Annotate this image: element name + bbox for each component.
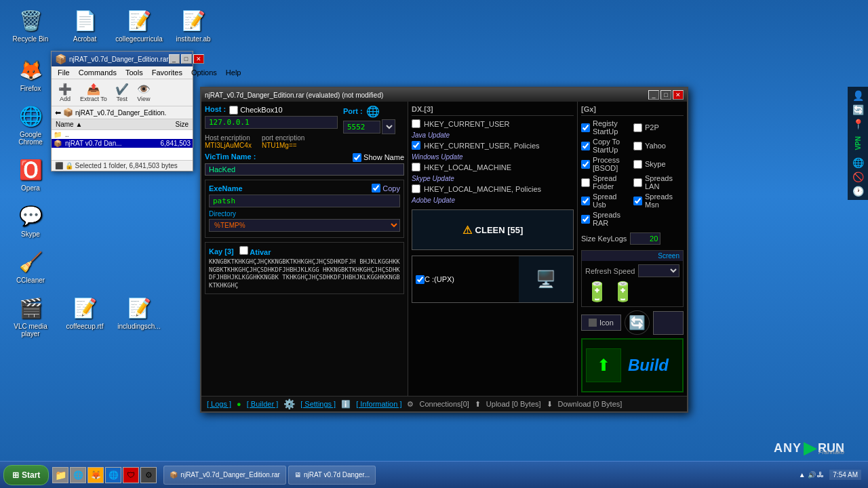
builder-link[interactable]: [ Builder ]: [247, 400, 278, 408]
start-button[interactable]: ⊞ Start: [3, 465, 49, 485]
logs-link[interactable]: [ Logs ]: [207, 400, 231, 408]
taskbar-firefox[interactable]: 🦊: [87, 467, 104, 483]
menu-help[interactable]: Help: [223, 68, 244, 77]
cleen-box[interactable]: ⚠ CLEEN [55]: [412, 209, 574, 250]
chrome-icon[interactable]: 🌐 Google Chrome: [7, 102, 54, 146]
taskbar-alert[interactable]: 🛡: [123, 467, 139, 483]
word2-icon[interactable]: 📝 instituter.ab: [170, 7, 217, 43]
njrat-close[interactable]: ✕: [673, 90, 684, 100]
icon-button[interactable]: Icon: [581, 314, 621, 331]
dx-check-1[interactable]: [412, 141, 420, 150]
test-button[interactable]: ✔️ Test: [112, 81, 132, 104]
host-input[interactable]: 127.0.0.1: [205, 116, 338, 129]
taskbar-chrome[interactable]: 🌐: [105, 467, 121, 483]
copy-button[interactable]: Copy: [372, 184, 400, 192]
victim-name-input[interactable]: [205, 163, 404, 176]
vpn-icon-3[interactable]: 📍: [852, 119, 864, 129]
taskbar-item-rar[interactable]: 📦 njRAT_v0.7d_Danger_Edition.rar: [163, 466, 286, 485]
add-button[interactable]: ➕ Add: [55, 81, 75, 104]
menu-options[interactable]: Options: [189, 68, 220, 77]
dx-item-1[interactable]: HKEY_CURRENT_USER, Policies: [412, 141, 574, 150]
dx-check-2[interactable]: [412, 163, 420, 171]
dx-item-2[interactable]: HKEY_LOCAL_MACHINE: [412, 163, 574, 171]
dx-item-3[interactable]: HKEY_LOCAL_MACHINE, Policies: [412, 184, 574, 193]
gx-item-spread-usb[interactable]: Spread Usb: [581, 192, 631, 209]
dx-check-0[interactable]: [412, 119, 420, 128]
rar-file-parent[interactable]: 📁 ..: [52, 130, 193, 139]
gx-item-spreads-rar[interactable]: Spreads RAR: [581, 211, 631, 227]
exe-input[interactable]: [209, 195, 400, 207]
gx-check-skype[interactable]: [633, 160, 642, 169]
close-button[interactable]: ✕: [193, 54, 204, 64]
dx-check-3[interactable]: [412, 184, 420, 193]
gx-item-registry[interactable]: Registy StartUp: [581, 119, 631, 136]
gx-check-spreads-msn[interactable]: [633, 197, 642, 205]
gx-check-yahoo[interactable]: [633, 142, 642, 150]
host-checkbox[interactable]: [229, 106, 238, 115]
gx-item-bsod[interactable]: Process [BSOD]: [581, 156, 631, 172]
dx-item-0[interactable]: HKEY_CURRENT_USER: [412, 119, 574, 128]
gx-check-copy-startup[interactable]: [581, 142, 590, 150]
menu-commands[interactable]: Commands: [76, 68, 119, 77]
gx-item-skype[interactable]: Skype: [633, 156, 684, 172]
icon-extra-btn[interactable]: [653, 311, 684, 335]
ativar-label[interactable]: Ativar: [239, 246, 271, 256]
vlc-icon[interactable]: 🎬 VLC media player: [7, 294, 54, 338]
copy-checkbox[interactable]: [372, 184, 380, 192]
gx-check-spreads-lan[interactable]: [633, 178, 642, 187]
taskbar-ie[interactable]: 🌐: [70, 467, 86, 483]
size-keylogs-input[interactable]: [630, 232, 660, 245]
restore-button[interactable]: □: [181, 54, 192, 64]
refresh-button[interactable]: 🔄: [625, 310, 650, 335]
gx-item-yahoo[interactable]: Yahoo: [633, 138, 684, 154]
gx-item-spread-folder[interactable]: Spread Folder: [581, 174, 631, 190]
vpn-icon-6[interactable]: 🕐: [852, 186, 864, 197]
njrat-minimize[interactable]: _: [648, 90, 659, 100]
view-button[interactable]: 👁️ View: [134, 81, 154, 104]
build-upload-button[interactable]: ⬆: [586, 348, 621, 382]
extract-to-button[interactable]: 📤 Extract To: [77, 81, 111, 104]
information-link[interactable]: [ Information ]: [356, 400, 401, 408]
upx-left[interactable]: C :(UPX): [412, 272, 519, 287]
acrobat-icon[interactable]: 📄 Acrobat: [61, 7, 108, 43]
dir-select[interactable]: %TEMP%: [209, 219, 400, 232]
port-select[interactable]: [382, 119, 395, 134]
menu-favorites[interactable]: Favorites: [149, 68, 185, 77]
gx-check-registry[interactable]: [581, 123, 590, 132]
word1-icon[interactable]: 📝 collegecurricula: [115, 7, 163, 43]
vpn-icon-4[interactable]: 🌐: [852, 157, 864, 168]
show-name-label[interactable]: Show Name: [353, 153, 404, 162]
settings-link[interactable]: [ Settings ]: [300, 400, 336, 408]
njrat-restore[interactable]: □: [660, 90, 671, 100]
taskbar-item-njrat[interactable]: 🖥 njRAT v0.7d Danger...: [288, 466, 376, 485]
vpn-icon-1[interactable]: 👤: [852, 90, 864, 101]
firefox-icon[interactable]: 🦊 Firefox: [7, 56, 54, 92]
gx-item-p2p[interactable]: P2P: [633, 119, 684, 136]
gx-check-spreads-rar[interactable]: [581, 215, 590, 224]
taskbar-filemanager[interactable]: 📁: [52, 467, 68, 483]
including-icon[interactable]: 📝 includingsch...: [115, 294, 163, 338]
gx-check-bsod[interactable]: [581, 160, 590, 169]
ativar-checkbox[interactable]: [239, 246, 248, 255]
menu-tools[interactable]: Tools: [123, 68, 146, 77]
minimize-button[interactable]: _: [169, 54, 180, 64]
host-checkbox-label[interactable]: CheckBox10: [229, 106, 282, 115]
gx-item-copy-startup[interactable]: Copy To StartUp: [581, 138, 631, 154]
vpn-icon-2[interactable]: 🔄: [852, 104, 864, 115]
coffeecup-icon[interactable]: 📝 coffeecup.rtf: [61, 294, 108, 338]
rar-file-item[interactable]: 📦 njRAT v0.7d Dan... 6,841,503: [52, 139, 193, 148]
gx-check-spread-usb[interactable]: [581, 197, 590, 205]
upx-checkbox[interactable]: [416, 275, 425, 284]
opera-icon[interactable]: 🅾️ Opera: [7, 156, 54, 192]
show-name-checkbox[interactable]: [353, 153, 361, 162]
ccleaner-icon[interactable]: 🧹 CCleaner: [7, 248, 54, 284]
gx-check-spread-folder[interactable]: [581, 178, 590, 187]
menu-file[interactable]: File: [55, 68, 73, 77]
skype-icon[interactable]: 💬 Skype: [7, 202, 54, 238]
port-input[interactable]: [343, 121, 380, 134]
gx-item-spreads-lan[interactable]: Spreads LAN: [633, 174, 684, 190]
recycle-bin-icon[interactable]: 🗑️ Recycle Bin: [7, 7, 54, 43]
gx-item-spreads-msn[interactable]: Spreads Msn: [633, 192, 684, 209]
taskbar-app[interactable]: ⚙: [140, 467, 157, 483]
vpn-icon-5[interactable]: 🚫: [852, 171, 864, 182]
